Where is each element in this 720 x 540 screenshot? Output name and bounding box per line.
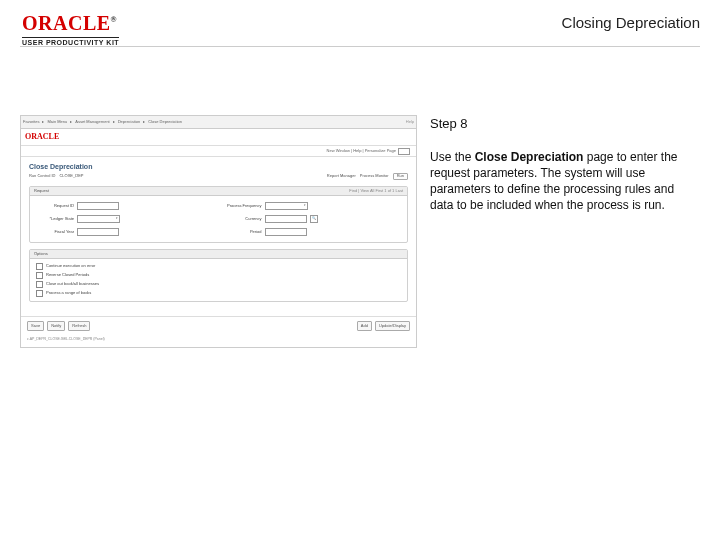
- brand-text: ORACLE: [22, 12, 111, 34]
- request-id-input[interactable]: [77, 202, 119, 210]
- period-label: Period: [224, 230, 262, 235]
- app-screenshot: Favorites ▸ Main Menu ▸ Asset Management…: [20, 115, 417, 348]
- ss-footer: c.AP_DEPR_CLOSE.GBL.CLOSE_DEPR (Panel): [21, 335, 416, 347]
- ss-body: Close Depreciation Run Control ID CLOSE_…: [21, 157, 416, 316]
- ss-logo-bar: ORACLE: [21, 129, 416, 146]
- lookup-icon[interactable]: 🔍: [310, 215, 318, 223]
- ss-page-title: Close Depreciation: [29, 163, 408, 171]
- ss-navbar: Favorites ▸ Main Menu ▸ Asset Management…: [21, 116, 416, 129]
- title-divider: [20, 46, 700, 47]
- ss-bottom-bar: Save Notify Refresh Add Update/Display: [21, 316, 416, 335]
- instruction-body: Use the Close Depreciation page to enter…: [430, 149, 700, 214]
- refresh-button[interactable]: Refresh: [68, 321, 90, 331]
- slide-header: ORACLE® USER PRODUCTIVITY KIT: [22, 12, 119, 47]
- run-control-value: CLOSE_DEP: [59, 174, 83, 179]
- page-title: Closing Depreciation: [300, 14, 700, 31]
- instruction-text-before: Use the: [430, 150, 475, 164]
- options-checks: Continue execution on error Reverse Clos…: [30, 259, 407, 301]
- oracle-logo: ORACLE®: [22, 12, 119, 35]
- instruction-text-bold: Close Depreciation: [475, 150, 584, 164]
- upk-subtitle: USER PRODUCTIVITY KIT: [22, 37, 119, 46]
- fiscal-label: Fiscal Year: [36, 230, 74, 235]
- period-input[interactable]: [265, 228, 307, 236]
- report-manager-link[interactable]: Report Manager: [327, 174, 356, 179]
- process-monitor-link[interactable]: Process Monitor: [360, 174, 389, 179]
- process-freq-select[interactable]: [265, 202, 308, 210]
- run-control-label: Run Control ID: [29, 174, 55, 179]
- nav-item[interactable]: Main Menu: [47, 120, 67, 125]
- currency-input[interactable]: [265, 215, 307, 223]
- nav-item[interactable]: Close Depreciation: [148, 120, 182, 125]
- nav-item[interactable]: Favorites: [23, 120, 39, 125]
- process-freq-label: Process Frequency: [224, 204, 262, 209]
- nav-item[interactable]: Asset Management: [75, 120, 109, 125]
- checkbox[interactable]: [36, 272, 43, 279]
- options-tab-label: Options: [34, 252, 48, 257]
- ss-toolbar: New Window | Help | Personalize Page: [21, 146, 416, 157]
- check-label: Close out book/all businesses: [46, 282, 99, 287]
- check-label: Process a range of books: [46, 291, 91, 296]
- request-id-label: Request ID: [36, 204, 74, 209]
- request-section: Request Find | View All First 1 of 1 Las…: [29, 186, 408, 243]
- update-display-button[interactable]: Update/Display: [375, 321, 410, 331]
- save-button[interactable]: Save: [27, 321, 44, 331]
- mini-oracle-logo: ORACLE: [25, 132, 59, 142]
- trademark: ®: [111, 15, 117, 24]
- currency-label: Currency: [224, 217, 262, 222]
- toolbar-links[interactable]: New Window | Help | Personalize Page: [327, 149, 396, 154]
- request-nav-text[interactable]: Find | View All First 1 of 1 Last: [349, 189, 407, 194]
- request-tab-label: Request: [34, 189, 49, 194]
- personalize-box[interactable]: [398, 148, 410, 155]
- notify-button[interactable]: Notify: [47, 321, 65, 331]
- instruction-panel: Step 8 Use the Close Depreciation page t…: [430, 115, 700, 213]
- request-form: Request ID Process Frequency *Ledger Sta…: [30, 196, 407, 242]
- checkbox[interactable]: [36, 263, 43, 270]
- nav-item[interactable]: Depreciation: [118, 120, 140, 125]
- run-control-row: Run Control ID CLOSE_DEP Report Manager …: [29, 173, 408, 180]
- check-label: Reverse Closed Periods: [46, 273, 89, 278]
- fiscal-input[interactable]: [77, 228, 119, 236]
- request-section-header: Request Find | View All First 1 of 1 Las…: [30, 187, 407, 196]
- checkbox[interactable]: [36, 290, 43, 297]
- run-button[interactable]: Run: [393, 173, 408, 180]
- options-section-header: Options: [30, 250, 407, 259]
- checkbox[interactable]: [36, 281, 43, 288]
- step-label: Step 8: [430, 115, 700, 133]
- ledger-select[interactable]: [77, 215, 120, 223]
- ledger-label: *Ledger State: [36, 217, 74, 222]
- check-label: Continue execution on error: [46, 264, 95, 269]
- options-section: Options Continue execution on error Reve…: [29, 249, 408, 302]
- add-button[interactable]: Add: [357, 321, 372, 331]
- nav-help[interactable]: Help: [406, 120, 414, 125]
